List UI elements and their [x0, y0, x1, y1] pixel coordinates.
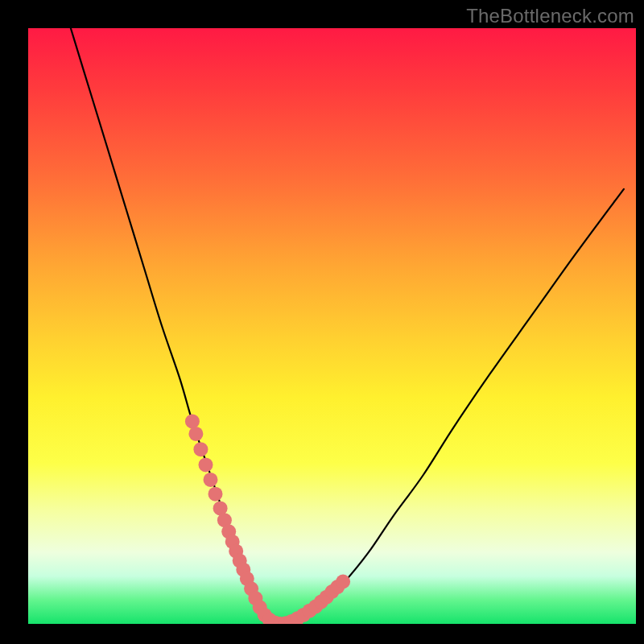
highlight-dot — [204, 473, 218, 487]
watermark-text: TheBottleneck.com — [466, 5, 634, 27]
chart-frame: TheBottleneck.com — [0, 0, 644, 644]
highlight-dot — [193, 442, 208, 456]
plot-area — [28, 28, 636, 624]
highlight-dot — [188, 427, 203, 441]
highlight-dot — [208, 487, 223, 502]
highlight-dot — [199, 457, 213, 472]
bottleneck-curve — [71, 28, 624, 624]
curve-svg — [28, 28, 636, 624]
highlight-dot — [185, 414, 200, 428]
highlight-dots — [185, 414, 350, 624]
highlight-dot — [336, 575, 350, 589]
